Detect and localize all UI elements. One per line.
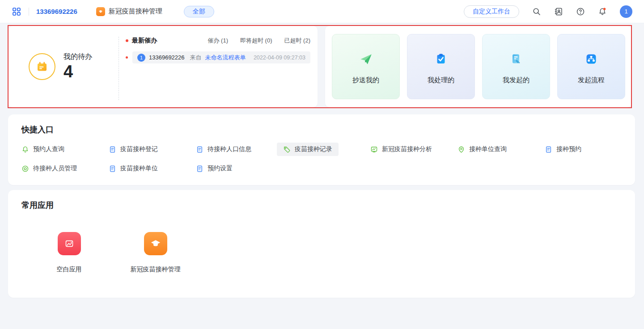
workspace-name[interactable]: 13369692226 bbox=[36, 8, 77, 15]
topbar: 13369692226 新冠疫苗接种管理 全部 自定义工作台 bbox=[0, 0, 644, 23]
topbar-divider bbox=[29, 8, 29, 16]
avatar[interactable]: 1 bbox=[620, 5, 632, 18]
current-app[interactable]: 新冠疫苗接种管理 bbox=[96, 7, 162, 16]
contacts-icon[interactable] bbox=[554, 7, 563, 16]
clipboard-check-icon bbox=[434, 51, 448, 67]
quick-item-vaccination-units[interactable]: 疫苗接种单位 bbox=[102, 162, 164, 175]
urge-title: 最新催办 bbox=[132, 37, 157, 45]
topbar-right: 自定义工作台 bbox=[464, 5, 632, 18]
image-app-icon bbox=[58, 232, 81, 255]
apps-grid-icon[interactable] bbox=[12, 7, 21, 17]
quick-item-pending-personnel-management[interactable]: 待接种人员管理 bbox=[15, 162, 83, 175]
help-icon[interactable] bbox=[576, 7, 585, 16]
urge-list-item[interactable]: 1 13369692226 来自 未命名流程表单 2022-04-09 09:2… bbox=[126, 51, 310, 63]
card-label: 抄送我的 bbox=[352, 76, 379, 84]
paper-plane-icon bbox=[359, 51, 373, 67]
document-icon bbox=[196, 165, 203, 173]
card-cc-to-me[interactable]: 抄送我的 bbox=[332, 34, 400, 99]
urge-item-user: 13369692226 bbox=[149, 54, 185, 61]
card-label: 我处理的 bbox=[428, 76, 454, 84]
quick-entry-panel: 快捷入口 预约人查询 疫苗接种登记 待接种人口信息 bbox=[8, 114, 635, 185]
notification-dot bbox=[603, 8, 606, 10]
quick-item-vaccination-site-query[interactable]: 接种单位查询 bbox=[451, 143, 513, 156]
dashed-divider bbox=[119, 37, 119, 100]
quick-item-vaccine-registration[interactable]: 疫苗接种登记 bbox=[102, 143, 164, 156]
urge-item-source-prefix: 来自 bbox=[190, 54, 202, 62]
common-apps-panel: 常用应用 空白应用 新冠疫苗接种管理 bbox=[8, 190, 635, 298]
card-start-flow[interactable]: 发起流程 bbox=[557, 34, 625, 99]
app-label: 新冠疫苗接种管理 bbox=[131, 266, 181, 274]
card-handled-by-me[interactable]: 我处理的 bbox=[407, 34, 475, 99]
app-blank[interactable]: 空白应用 bbox=[26, 232, 112, 274]
flow-cards-panel: 抄送我的 我处理的 bbox=[325, 26, 632, 107]
card-label: 我发起的 bbox=[503, 76, 530, 84]
red-dot bbox=[126, 39, 128, 42]
unread-dot bbox=[126, 56, 128, 59]
quick-item-vaccination-records[interactable]: 疫苗接种记录 bbox=[277, 143, 339, 156]
quick-entry-grid: 预约人查询 疫苗接种登记 待接种人口信息 疫苗接种记录 bbox=[8, 135, 635, 175]
count-badge: 1 bbox=[137, 54, 145, 62]
document-icon bbox=[196, 146, 203, 153]
search-icon[interactable] bbox=[532, 7, 541, 16]
todo-panel: 我的待办 4 最新催办 催办 (1) 即将超时 (0) 已超时 (2) 1 13… bbox=[8, 26, 318, 107]
notification-bell-icon[interactable] bbox=[598, 7, 607, 16]
quick-entry-title: 快捷入口 bbox=[8, 114, 635, 135]
quick-item-pending-population-info[interactable]: 待接种人口信息 bbox=[190, 143, 258, 156]
card-initiated-by-me[interactable]: 我发起的 bbox=[482, 34, 550, 99]
tab-urged[interactable]: 催办 (1) bbox=[208, 37, 229, 45]
location-pin-icon bbox=[458, 146, 465, 153]
customize-workbench-button[interactable]: 自定义工作台 bbox=[464, 5, 519, 18]
tab-timed-out[interactable]: 已超时 (2) bbox=[284, 37, 311, 45]
urge-section: 最新催办 催办 (1) 即将超时 (0) 已超时 (2) 1 133696922… bbox=[126, 26, 310, 107]
graduation-cap-icon bbox=[144, 232, 167, 255]
app-name: 新冠疫苗接种管理 bbox=[109, 7, 162, 16]
document-icon bbox=[109, 146, 116, 153]
document-edit-icon bbox=[509, 51, 523, 67]
todo-count: 4 bbox=[64, 63, 92, 81]
app-covid-vaccine-management[interactable]: 新冠疫苗接种管理 bbox=[112, 232, 199, 274]
quick-item-reservation-query[interactable]: 预约人查询 bbox=[15, 143, 71, 156]
chart-board-icon bbox=[370, 146, 378, 153]
form-link[interactable]: 未命名流程表单 bbox=[205, 54, 246, 62]
urge-tabs: 催办 (1) 即将超时 (0) 已超时 (2) bbox=[208, 37, 311, 45]
document-icon bbox=[109, 165, 116, 173]
card-label: 发起流程 bbox=[578, 76, 605, 84]
urge-item-time: 2022-04-09 09:27:03 bbox=[254, 55, 305, 61]
topbar-left: 13369692226 新冠疫苗接种管理 全部 bbox=[12, 6, 214, 17]
tab-about-to-timeout[interactable]: 即将超时 (0) bbox=[240, 37, 272, 45]
app-label: 空白应用 bbox=[57, 266, 82, 274]
app-logo-icon bbox=[96, 7, 105, 16]
todo-title: 我的待办 bbox=[64, 52, 92, 62]
quick-item-vaccination-appointment[interactable]: 接种预约 bbox=[538, 143, 588, 156]
quick-item-reservation-settings[interactable]: 预约设置 bbox=[190, 162, 239, 175]
todo-calendar-icon bbox=[29, 53, 55, 80]
document-icon bbox=[545, 146, 552, 153]
common-apps-title: 常用应用 bbox=[8, 190, 635, 211]
tag-icon bbox=[283, 146, 291, 153]
apps-row: 空白应用 新冠疫苗接种管理 bbox=[8, 232, 635, 274]
filter-all-pill[interactable]: 全部 bbox=[184, 6, 214, 17]
target-icon bbox=[21, 165, 29, 173]
quick-item-covid-vaccine-analysis[interactable]: 新冠疫苗接种分析 bbox=[364, 143, 438, 156]
flowchart-icon bbox=[585, 51, 598, 67]
bell-icon bbox=[21, 146, 29, 153]
my-todo-card[interactable]: 我的待办 4 bbox=[8, 26, 118, 107]
